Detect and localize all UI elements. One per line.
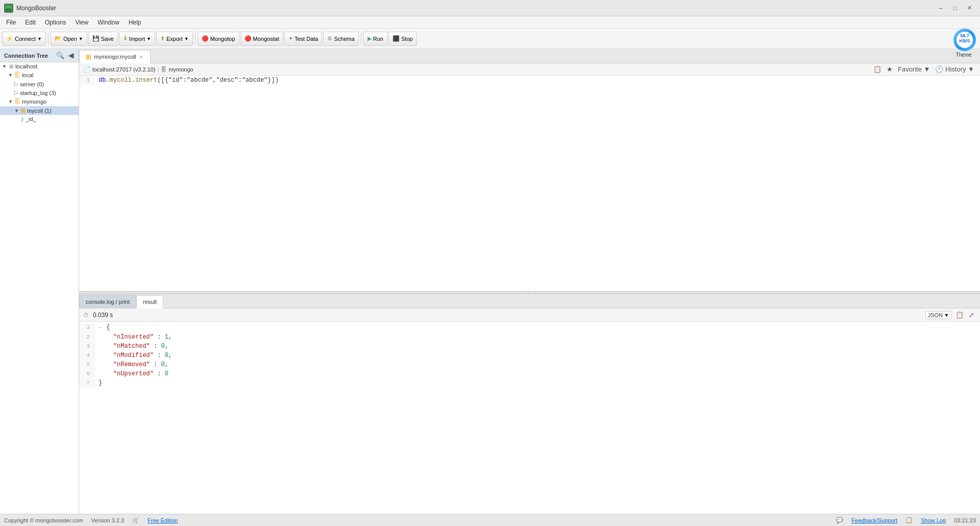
- json-open-brace: {: [106, 324, 110, 331]
- editor-favorite-button[interactable]: Favorite ▼: [896, 65, 932, 74]
- mongostat-button[interactable]: 🔴 Mongostat: [240, 32, 283, 46]
- mycoll-label: mycoll (1): [27, 108, 52, 114]
- key-nInserted: "nInserted": [113, 333, 154, 341]
- val-nRemoved: 0: [161, 361, 164, 368]
- minimize-button[interactable]: ─: [934, 3, 947, 13]
- theme-label[interactable]: Theme: [955, 52, 971, 58]
- key-nModified: "nModified": [113, 352, 154, 359]
- import-button[interactable]: ⬇ Import ▼: [119, 32, 155, 46]
- tree-node-mymongo[interactable]: ▼ 🗄 mymongo: [0, 97, 79, 106]
- json-format-dropdown[interactable]: JSON ▼: [925, 311, 952, 319]
- code-editor[interactable]: 1 db.mycoll.insert([{"id":"abcde","desc"…: [79, 76, 980, 291]
- console-log-tab-label: console.log / print: [86, 299, 130, 305]
- schema-button[interactable]: ⚙ Schema: [323, 32, 358, 46]
- tree-node-localhost[interactable]: ▼ 🖥 localhost: [0, 62, 79, 70]
- key-nRemoved: "nRemoved": [113, 361, 150, 368]
- test-data-button[interactable]: ✦ Test Data: [284, 32, 322, 46]
- tab-result[interactable]: result: [136, 295, 163, 308]
- maximize-button[interactable]: □: [948, 3, 962, 13]
- separator-1: [48, 33, 48, 45]
- mymongo-db-icon: 🗄: [14, 98, 20, 105]
- json-close-brace: }: [99, 379, 102, 387]
- save-button[interactable]: 💾 Save: [88, 32, 118, 46]
- tab-icon: ▦: [86, 53, 91, 60]
- mongotop-button[interactable]: 🔴 Mongotop: [198, 32, 239, 46]
- result-num-2: 2: [79, 332, 94, 342]
- result-content-7: }: [94, 378, 102, 388]
- speed-unit: KB/S: [959, 38, 970, 43]
- val-nInserted: 1: [165, 333, 168, 341]
- code-db: db: [99, 77, 106, 84]
- menu-options[interactable]: Options: [41, 18, 70, 27]
- test-data-label: Test Data: [295, 36, 318, 42]
- val-nModified: 0: [165, 352, 168, 359]
- colon-1: :: [157, 333, 164, 341]
- breadcrumb-file-icon: 📄: [83, 66, 90, 73]
- code-insert: insert: [135, 77, 157, 84]
- tab-mymongo-mycoll[interactable]: ▦ mymongo:mycoll ×: [79, 50, 151, 63]
- export-button[interactable]: ⬆ Export ▼: [156, 32, 193, 46]
- run-icon: ▶: [368, 35, 372, 42]
- sidebar-search-button[interactable]: 🔍: [55, 52, 65, 59]
- localhost-label: localhost: [15, 63, 37, 69]
- result-line-1: 1 - {: [79, 323, 980, 332]
- editor-copy-button[interactable]: 📋: [872, 65, 883, 74]
- tree-node-server[interactable]: ▷ server (0): [0, 80, 79, 88]
- menu-view[interactable]: View: [71, 18, 92, 27]
- server-label: server (0): [20, 81, 44, 87]
- speed-display: 58.7 KB/S: [951, 29, 978, 44]
- menu-help[interactable]: Help: [125, 18, 145, 27]
- local-arrow: ▼: [8, 73, 13, 78]
- save-icon: 💾: [92, 35, 100, 42]
- connect-arrow: ▼: [37, 36, 42, 41]
- menu-bar: File Edit Options View Window Help: [0, 16, 980, 29]
- menu-edit[interactable]: Edit: [21, 18, 40, 27]
- test-data-icon: ✦: [288, 35, 293, 42]
- stop-icon: ⬛: [393, 35, 400, 42]
- feedback-link[interactable]: Feedback/Support: [851, 517, 897, 523]
- status-bar: Copyright © mongobooster.com Version 3.2…: [0, 514, 980, 526]
- open-button[interactable]: 📂 Open ▼: [51, 32, 87, 46]
- svg-point-2: [6, 8, 12, 11]
- editor-history-button[interactable]: 🕐 History ▼: [934, 65, 976, 74]
- result-expand-button[interactable]: ⤢: [967, 310, 976, 319]
- tree-node-local[interactable]: ▼ 🗄 local: [0, 70, 79, 80]
- mymongo-label: mymongo: [22, 99, 46, 105]
- editor-star-button[interactable]: ★: [885, 65, 894, 74]
- edition-text[interactable]: Free Edition: [148, 517, 178, 523]
- tree-node-startup-log[interactable]: ▷ startup_log (3): [0, 88, 79, 97]
- tree-node-id[interactable]: ⚷ _id_: [0, 115, 79, 123]
- run-button[interactable]: ▶ Run: [363, 32, 387, 46]
- result-time-icon: ⏱: [83, 312, 89, 318]
- mongotop-icon: 🔴: [202, 35, 209, 42]
- close-button[interactable]: ✕: [963, 3, 976, 13]
- tab-close-button[interactable]: ×: [139, 54, 144, 60]
- status-time: 03:21:23: [954, 517, 976, 523]
- val-nUpserted: 0: [165, 370, 168, 377]
- mycoll-icon: ▦: [20, 107, 26, 114]
- result-content-1: - {: [94, 323, 110, 332]
- result-num-5: 5: [79, 360, 94, 369]
- result-line-7: 7 }: [79, 378, 980, 388]
- show-log-link[interactable]: Show Log: [921, 517, 946, 523]
- code-content-1[interactable]: db.mycoll.insert([{"id":"abcde","desc":"…: [94, 76, 279, 85]
- sidebar-header-icons: 🔍 ◀: [55, 52, 75, 59]
- result-line-5: 5 "nRemoved" : 0,: [79, 360, 980, 369]
- run-label: Run: [373, 36, 383, 42]
- main-layout: Connection Tree 🔍 ◀ ▼ 🖥 localhost ▼ 🗄 lo…: [0, 49, 980, 514]
- connect-button[interactable]: ⚡ Connect ▼: [2, 32, 46, 46]
- expand-toggle-1[interactable]: -: [99, 325, 102, 330]
- result-copy-button[interactable]: 📋: [954, 310, 965, 319]
- menu-window[interactable]: Window: [93, 18, 124, 27]
- app-icon: [4, 4, 13, 13]
- result-num-7: 7: [79, 378, 94, 388]
- key-nUpserted: "nUpserted": [113, 370, 154, 377]
- result-line-4: 4 "nModified" : 0,: [79, 351, 980, 360]
- stop-button[interactable]: ⬛ Stop: [388, 32, 417, 46]
- separator-3: [361, 33, 361, 45]
- tab-console-log[interactable]: console.log / print: [79, 295, 136, 308]
- tree-node-mycoll[interactable]: ▼ ▦ mycoll (1): [0, 106, 79, 115]
- menu-file[interactable]: File: [2, 18, 20, 27]
- connect-icon: ⚡: [6, 35, 13, 42]
- sidebar-collapse-button[interactable]: ◀: [67, 52, 75, 59]
